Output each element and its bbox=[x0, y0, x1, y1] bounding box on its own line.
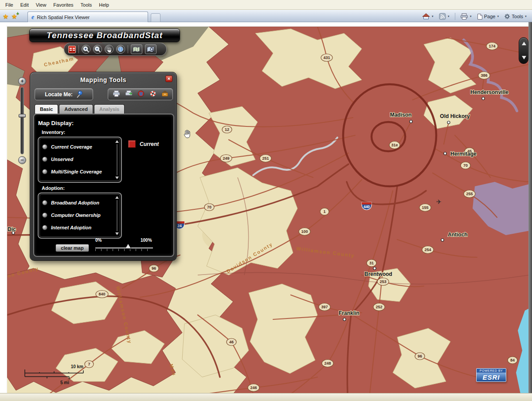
feeds-button[interactable]: ▼ bbox=[438, 12, 451, 21]
svg-text:440: 440 bbox=[364, 204, 370, 209]
highway-shield: 7 bbox=[85, 361, 94, 368]
overview-map-button[interactable] bbox=[131, 44, 142, 54]
page-button[interactable]: Page ▼ bbox=[476, 12, 501, 21]
locate-me-button[interactable]: Locate Me: bbox=[35, 88, 93, 100]
menu-tools[interactable]: Tools bbox=[77, 1, 96, 9]
gear-icon bbox=[504, 13, 510, 20]
scale-mi-label: 5 mi bbox=[60, 380, 69, 385]
legend-button[interactable] bbox=[68, 46, 76, 53]
svg-text:249: 249 bbox=[223, 156, 229, 161]
svg-text:24: 24 bbox=[177, 224, 182, 228]
adoption-option-broadband[interactable]: Broadband Adoption bbox=[42, 199, 99, 207]
option-label: Current Coverage bbox=[51, 144, 92, 149]
print-tool-button[interactable] bbox=[113, 90, 120, 99]
radio-icon[interactable] bbox=[42, 200, 47, 205]
scroll-up-icon[interactable] bbox=[115, 140, 119, 143]
zoom-slider-plus-button[interactable]: + bbox=[18, 77, 26, 85]
inventory-option-multi[interactable]: Multi/Single Coverage bbox=[42, 168, 102, 176]
highway-shield: 249 bbox=[220, 155, 232, 162]
adoption-option-computer[interactable]: Computer Ownership bbox=[42, 211, 101, 219]
option-label: Internet Adoption bbox=[51, 225, 91, 230]
home-button[interactable]: ▼ bbox=[421, 12, 435, 21]
adoption-options-box: Broadband Adoption Computer Ownership In… bbox=[38, 193, 122, 239]
radio-icon[interactable] bbox=[42, 169, 47, 174]
adoption-label: Adoption: bbox=[42, 185, 65, 191]
panel-title: Mapping Tools bbox=[30, 72, 176, 83]
menu-view[interactable]: View bbox=[32, 1, 50, 9]
window-border bbox=[528, 22, 532, 393]
svg-text:246: 246 bbox=[250, 385, 257, 390]
feeds-caret-icon[interactable]: ▼ bbox=[447, 15, 450, 18]
highway-shield: 252 bbox=[373, 303, 385, 311]
highway-shield: 254 bbox=[422, 246, 434, 254]
help-tool-button[interactable] bbox=[149, 90, 156, 99]
tab-advanced[interactable]: Advanced bbox=[59, 104, 93, 114]
esri-powered-label: POWERED BY bbox=[477, 369, 506, 373]
bookmarks-map-button[interactable] bbox=[145, 44, 156, 54]
hand-cursor-icon bbox=[183, 129, 192, 140]
menu-file[interactable]: File bbox=[2, 1, 17, 9]
radio-icon[interactable] bbox=[42, 157, 47, 162]
svg-text:100: 100 bbox=[301, 229, 308, 234]
opacity-slider-ticks bbox=[95, 249, 153, 251]
export-tool-button[interactable] bbox=[125, 90, 133, 99]
svg-text:7: 7 bbox=[88, 362, 90, 366]
scroll-up-icon[interactable] bbox=[115, 196, 119, 199]
highway-shield: 70 bbox=[204, 204, 214, 211]
toolbar-separator bbox=[78, 45, 79, 53]
browser-tab[interactable]: e Rich Spatial Flex Viewer bbox=[27, 12, 148, 22]
radio-icon[interactable] bbox=[42, 225, 47, 230]
page-icon bbox=[477, 13, 483, 20]
zoom-in-button[interactable] bbox=[82, 45, 90, 54]
print-caret-icon[interactable]: ▼ bbox=[469, 15, 472, 18]
scale-km-label: 10 km bbox=[71, 364, 83, 369]
tools-button[interactable]: Tools ▼ bbox=[503, 12, 528, 20]
scroll-down-icon[interactable] bbox=[115, 232, 119, 235]
globe-tool-button[interactable] bbox=[137, 90, 145, 99]
scroll-down-icon[interactable] bbox=[115, 177, 119, 179]
menu-edit[interactable]: Edit bbox=[17, 1, 32, 9]
zoom-slider-minus-button[interactable]: − bbox=[18, 156, 26, 164]
svg-text:174: 174 bbox=[489, 44, 495, 48]
new-tab-button[interactable] bbox=[151, 13, 160, 22]
zoom-slider-track[interactable] bbox=[20, 87, 24, 154]
adoption-option-internet[interactable]: Internet Adoption bbox=[42, 224, 91, 232]
printer-icon bbox=[113, 90, 120, 97]
print-button[interactable]: ▼ bbox=[459, 12, 473, 21]
svg-text:Madison: Madison bbox=[390, 112, 412, 118]
highway-shield: 96 bbox=[415, 353, 425, 360]
inventory-option-current[interactable]: Current Coverage bbox=[42, 143, 92, 151]
globe-icon bbox=[137, 90, 145, 97]
svg-text:96: 96 bbox=[418, 354, 422, 358]
radio-icon[interactable] bbox=[42, 144, 47, 149]
toolbox-tool-button[interactable] bbox=[161, 90, 168, 99]
pan-button[interactable] bbox=[105, 45, 113, 54]
option-label: Multi/Single Coverage bbox=[51, 169, 102, 174]
highway-shield: 255 bbox=[464, 190, 475, 198]
opacity-slider-thumb[interactable] bbox=[125, 244, 131, 248]
scroll-down-button[interactable] bbox=[522, 56, 526, 59]
page-caret-icon: ▼ bbox=[497, 15, 499, 18]
zoom-out-button[interactable] bbox=[93, 45, 102, 54]
clear-map-button[interactable]: clear map bbox=[55, 244, 89, 252]
esri-logo: POWERED BY ESRI bbox=[476, 368, 506, 382]
legend-label: Current bbox=[140, 141, 159, 147]
highway-shield: 84 bbox=[508, 357, 517, 364]
highway-shield: 31 bbox=[367, 259, 376, 267]
identify-button[interactable] bbox=[116, 45, 125, 54]
menu-favorites[interactable]: Favorites bbox=[50, 1, 77, 9]
add-favorite-icon[interactable]: ★+ bbox=[11, 12, 17, 20]
close-button[interactable]: × bbox=[165, 75, 172, 82]
menu-help[interactable]: Help bbox=[95, 1, 113, 9]
printer-icon bbox=[460, 13, 468, 20]
inventory-option-unserved[interactable]: Unserved bbox=[42, 155, 73, 163]
zoom-slider-thumb[interactable] bbox=[19, 114, 26, 118]
home-caret-icon[interactable]: ▼ bbox=[431, 15, 434, 18]
favorites-star-icon[interactable]: ★ bbox=[3, 12, 8, 20]
interstate-shield: 440 bbox=[362, 202, 372, 210]
radio-icon[interactable] bbox=[42, 212, 47, 218]
opacity-slider-track[interactable] bbox=[95, 248, 153, 248]
scroll-up-button[interactable] bbox=[522, 42, 526, 45]
tab-basic[interactable]: Basic bbox=[35, 104, 58, 114]
status-bar bbox=[0, 393, 532, 401]
